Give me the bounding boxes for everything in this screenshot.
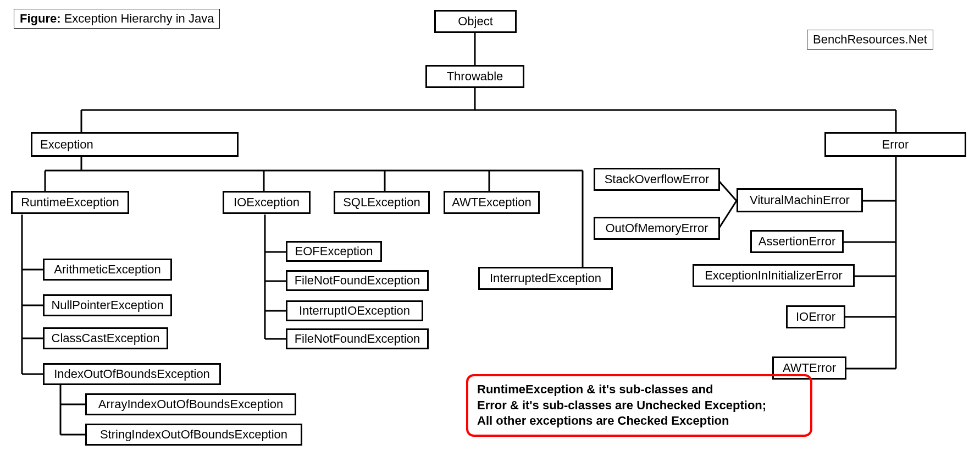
node-arithmetic-exception: ArithmeticException bbox=[43, 259, 172, 281]
node-outofmemory-error: OutOfMemoryError bbox=[594, 217, 720, 240]
node-exception: Exception bbox=[31, 132, 239, 157]
node-throwable-label: Throwable bbox=[447, 69, 503, 84]
figure-title-box: Figure: Exception Hierarchy in Java bbox=[14, 9, 220, 29]
node-filenotfound-exception-2: FileNotFoundException bbox=[286, 328, 429, 349]
node-stackoverflow-error: StackOverflowError bbox=[594, 168, 720, 191]
svg-line-31 bbox=[719, 181, 737, 201]
figure-title-text: Exception Hierarchy in Java bbox=[64, 12, 214, 25]
node-throwable: Throwable bbox=[425, 65, 524, 88]
node-io-label: IOException bbox=[234, 195, 300, 210]
node-exception-label: Exception bbox=[40, 138, 93, 152]
node-eiie-label: ExceptionInInitializerError bbox=[705, 268, 843, 283]
node-io-error: IOError bbox=[786, 305, 845, 328]
node-error: Error bbox=[824, 132, 966, 157]
node-soe-label: StackOverflowError bbox=[605, 172, 710, 186]
node-fnf1-label: FileNotFoundException bbox=[295, 273, 420, 288]
note-line-3: All other exceptions are Checked Excepti… bbox=[477, 413, 801, 429]
node-aioobe-label: ArrayIndexOutOfBoundsException bbox=[98, 397, 283, 411]
node-awt-label: AWTException bbox=[452, 195, 531, 210]
node-runtime-exception: RuntimeException bbox=[11, 191, 129, 214]
figure-label: Figure: bbox=[20, 12, 61, 25]
brand-text: BenchResources.Net bbox=[813, 32, 927, 46]
node-interruptio-exception: InterruptIOException bbox=[286, 300, 423, 321]
node-indexoutofbounds-exception: IndexOutOfBoundsException bbox=[43, 363, 221, 385]
node-assertion-error: AssertionError bbox=[750, 230, 844, 253]
svg-line-32 bbox=[719, 201, 737, 228]
node-eof-exception: EOFException bbox=[286, 241, 382, 262]
node-arrayindexoutofbounds-exception: ArrayIndexOutOfBoundsException bbox=[85, 393, 296, 415]
node-ioerror-label: IOError bbox=[796, 310, 835, 324]
note-line-2: Error & it's sub-classes are Unchecked E… bbox=[477, 398, 801, 414]
node-virtualmachine-error: VituralMachinError bbox=[737, 188, 863, 212]
brand-box: BenchResources.Net bbox=[807, 30, 933, 50]
node-eof-label: EOFException bbox=[295, 244, 373, 259]
node-interrupted-exception: InterruptedException bbox=[478, 267, 613, 290]
node-exceptionininitializer-error: ExceptionInInitializerError bbox=[693, 264, 855, 287]
node-classcast-exception: ClassCastException bbox=[43, 327, 168, 349]
node-interrupted-label: InterruptedException bbox=[490, 271, 601, 286]
node-asserterr-label: AssertionError bbox=[758, 234, 836, 249]
node-sql-label: SQLException bbox=[343, 195, 420, 210]
node-io-exception: IOException bbox=[223, 191, 311, 214]
node-sql-exception: SQLException bbox=[334, 191, 430, 214]
node-arith-label: ArithmeticException bbox=[54, 262, 160, 277]
node-stringindexoutofbounds-exception: StringIndexOutOfBoundsException bbox=[85, 424, 302, 446]
node-iioe-label: InterruptIOException bbox=[299, 304, 410, 318]
node-oom-label: OutOfMemoryError bbox=[605, 221, 708, 235]
node-runtime-label: RuntimeException bbox=[21, 195, 119, 210]
node-cce-label: ClassCastException bbox=[52, 331, 160, 345]
node-awt-exception: AWTException bbox=[444, 191, 540, 214]
node-fnf2-label: FileNotFoundException bbox=[295, 332, 420, 346]
node-ioobe-label: IndexOutOfBoundsException bbox=[54, 367, 210, 381]
note-box: RuntimeException & it's sub-classes and … bbox=[466, 374, 812, 437]
node-sioobe-label: StringIndexOutOfBoundsException bbox=[100, 427, 287, 442]
node-nullpointer-exception: NullPointerException bbox=[43, 294, 172, 316]
node-object: Object bbox=[434, 10, 517, 33]
node-awterror-label: AWTError bbox=[783, 361, 836, 375]
node-vme-label: VituralMachinError bbox=[750, 193, 850, 207]
node-npe-label: NullPointerException bbox=[51, 298, 163, 312]
node-filenotfound-exception-1: FileNotFoundException bbox=[286, 270, 429, 291]
note-line-1: RuntimeException & it's sub-classes and bbox=[477, 382, 801, 398]
node-error-label: Error bbox=[882, 138, 909, 152]
node-object-label: Object bbox=[458, 14, 493, 29]
